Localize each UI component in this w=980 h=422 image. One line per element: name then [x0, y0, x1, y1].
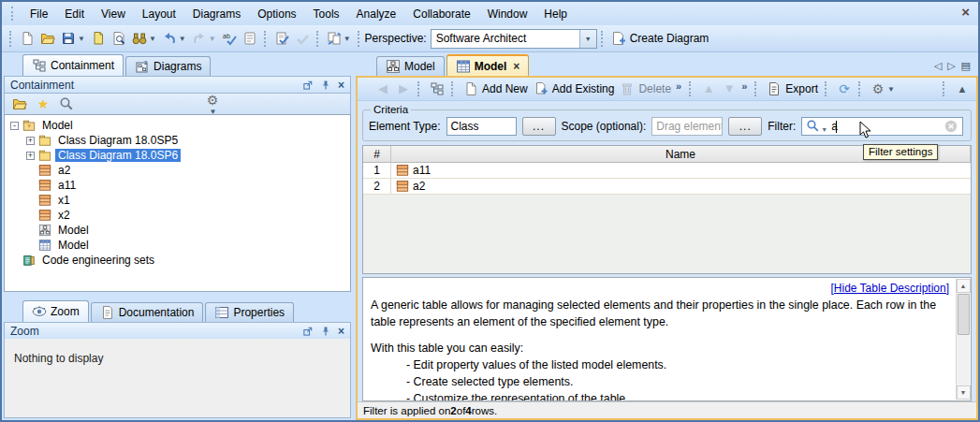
favorites-star-icon[interactable]: ★ — [36, 96, 51, 111]
tab-scroll-right-icon[interactable]: ▷ — [947, 60, 955, 72]
add-existing-button[interactable]: Add Existing — [531, 79, 618, 99]
menu-tools[interactable]: Tools — [305, 5, 348, 23]
element-type-field[interactable]: Class — [446, 117, 517, 136]
transfer-button[interactable]: ▼ — [324, 28, 354, 49]
tab-scroll-left-icon[interactable]: ◁ — [934, 60, 942, 72]
column-header-number[interactable]: # — [363, 146, 391, 162]
gear-button[interactable]: ⚙▼ — [868, 79, 898, 99]
tree-item-model[interactable]: Model — [5, 223, 350, 238]
toolbar-overflow-icon[interactable]: » — [741, 80, 747, 92]
notes-button[interactable] — [240, 28, 260, 49]
perspective-combobox[interactable]: Software Architect — [431, 29, 597, 49]
move-up-button[interactable]: ▲ — [698, 79, 719, 99]
tree-item-model[interactable]: Model — [5, 238, 350, 253]
dropdown-caret-icon[interactable]: ▼ — [209, 35, 216, 43]
menu-edit[interactable]: Edit — [56, 5, 93, 23]
menu-diagrams[interactable]: Diagrams — [184, 5, 249, 23]
dropdown-caret-icon[interactable]: ▼ — [179, 35, 186, 43]
tab-zoom[interactable]: Zoom — [22, 300, 89, 322]
add-new-button[interactable]: Add New — [461, 79, 531, 99]
scope-browse-button[interactable]: ... — [728, 117, 762, 136]
scroll-down-icon[interactable]: ▼ — [957, 386, 971, 400]
scrollbar-thumb[interactable] — [958, 294, 970, 335]
description-scrollbar[interactable]: ▲ ▼ — [956, 279, 970, 400]
undo-button[interactable]: ▼ — [159, 28, 189, 49]
tree-item-class-diagram-18-0sp5[interactable]: +Class Diagram 18.0SP5 — [5, 133, 350, 148]
dropdown-caret-icon[interactable]: ▼ — [887, 85, 895, 94]
delete-button[interactable]: Delete — [617, 79, 674, 99]
close-icon[interactable]: × — [338, 80, 344, 91]
forward-button[interactable]: ▶ — [393, 79, 414, 99]
search-icon[interactable] — [59, 96, 74, 111]
expand-expander-icon[interactable]: + — [26, 137, 35, 145]
filter-input[interactable]: ▼ a — [801, 117, 963, 136]
refresh-button[interactable]: ⟳ — [834, 79, 855, 99]
tree-item-x2[interactable]: x2 — [5, 208, 350, 223]
tree-item-a11[interactable]: a11 — [5, 178, 350, 193]
window-close-button[interactable]: × — [961, 5, 970, 20]
save-button[interactable]: ▼ — [58, 28, 88, 49]
dropdown-caret-icon[interactable]: ▼ — [344, 35, 351, 43]
popup-icon[interactable] — [302, 80, 314, 91]
clear-filter-icon[interactable] — [943, 119, 958, 134]
tab-list-icon[interactable]: ▤ — [961, 60, 971, 72]
toolbar-overflow-icon[interactable]: » — [676, 80, 681, 92]
validate-button[interactable] — [271, 28, 292, 49]
editor-tab-model[interactable]: Model× — [446, 54, 530, 76]
pin-icon[interactable] — [320, 80, 331, 91]
open-project-button[interactable] — [37, 28, 58, 49]
menu-file[interactable]: File — [22, 5, 56, 23]
commit-button[interactable] — [292, 28, 313, 49]
close-icon[interactable]: × — [338, 326, 344, 337]
popup-icon[interactable] — [302, 326, 314, 337]
collapse-expander-icon[interactable]: - — [10, 122, 19, 130]
menu-window[interactable]: Window — [479, 5, 536, 23]
collapse-button[interactable]: ▲ — [952, 79, 973, 99]
dropdown-caret-icon[interactable]: ▼ — [149, 35, 156, 43]
new-file-button[interactable] — [17, 28, 37, 49]
scope-field[interactable]: Drag elements fro — [651, 117, 723, 136]
pin-icon[interactable] — [320, 326, 331, 337]
print-preview-button[interactable] — [109, 28, 129, 49]
hide-table-description-link[interactable]: [Hide Table Description] — [371, 280, 949, 297]
element-type-browse-button[interactable]: ... — [522, 117, 556, 136]
filter-magnifier-icon[interactable] — [806, 119, 821, 134]
menu-collaborate[interactable]: Collaborate — [404, 5, 478, 23]
dropdown-caret-icon[interactable]: ▼ — [78, 35, 85, 43]
table-row[interactable]: 2a2 — [363, 179, 971, 195]
tab-diagrams[interactable]: 2Diagrams — [125, 56, 211, 76]
tree-item-class-diagram-18-0sp6[interactable]: +Class Diagram 18.0SP6 — [5, 148, 350, 163]
editor-tab-model[interactable]: Model — [376, 56, 445, 76]
tab-documentation[interactable]: Documentation — [91, 302, 204, 322]
tree-item-x1[interactable]: x1 — [5, 193, 350, 208]
menu-layout[interactable]: Layout — [134, 5, 184, 23]
menu-analyze[interactable]: Analyze — [348, 5, 405, 23]
gear-icon[interactable]: ⚙ — [205, 93, 220, 108]
create-diagram-button[interactable]: Create Diagram — [608, 28, 712, 49]
table-row[interactable]: 1a11 — [363, 163, 971, 179]
tab-containment[interactable]: Containment — [22, 54, 124, 76]
find-button[interactable]: ▼ — [129, 28, 159, 49]
move-down-button[interactable]: ▼ — [719, 79, 739, 99]
menu-help[interactable]: Help — [535, 5, 576, 23]
containment-tree-button[interactable] — [427, 79, 447, 99]
tree-item-model[interactable]: -Model — [5, 118, 350, 133]
expand-expander-icon[interactable]: + — [26, 152, 35, 160]
diagrams-tab-icon: 2 — [135, 59, 150, 74]
redo-button[interactable]: ▼ — [189, 28, 219, 49]
scroll-up-icon[interactable]: ▲ — [957, 279, 971, 293]
tree-item-a2[interactable]: a2 — [5, 163, 350, 178]
tab-properties[interactable]: Properties — [205, 302, 294, 322]
tab-close-icon[interactable]: × — [513, 60, 519, 73]
horizontal-splitter[interactable] — [2, 292, 353, 298]
export-button[interactable]: Export — [764, 79, 821, 99]
print-button[interactable] — [88, 28, 109, 49]
tree-item-code-engineering-sets[interactable]: Code engineering sets — [5, 253, 350, 268]
spelling-button[interactable]: ab — [219, 28, 240, 49]
menu-view[interactable]: View — [93, 5, 134, 23]
filter-settings-caret-icon[interactable]: ▼ — [821, 126, 827, 133]
open-project-icon[interactable] — [12, 96, 27, 111]
doc-icon — [100, 305, 115, 320]
back-button[interactable]: ◀ — [373, 79, 393, 99]
menu-options[interactable]: Options — [249, 5, 304, 23]
